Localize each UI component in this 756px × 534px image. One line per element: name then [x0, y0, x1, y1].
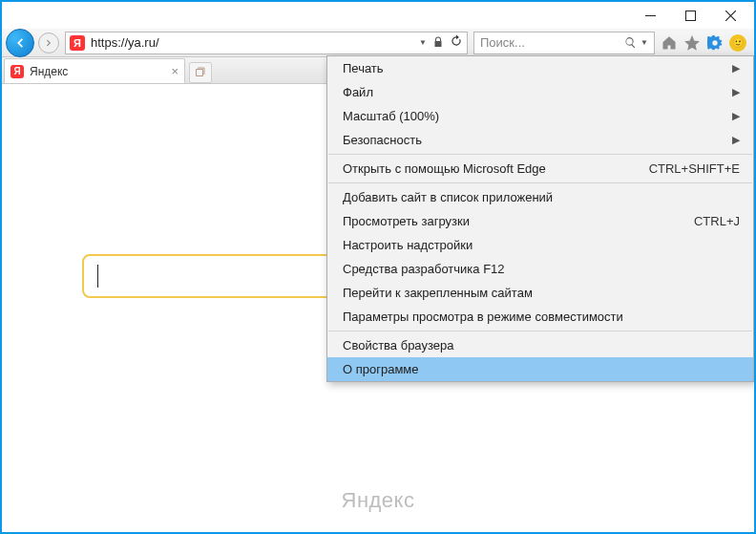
menu-pinned[interactable]: Перейти к закрепленным сайтам — [327, 281, 753, 305]
menu-downloads[interactable]: Просмотреть загрузки CTRL+J — [327, 209, 753, 233]
menu-label: Параметры просмотра в режиме совместимос… — [343, 310, 623, 324]
tab-close-icon[interactable]: × — [171, 64, 178, 78]
submenu-arrow-icon: ▶ — [732, 62, 740, 75]
menu-about[interactable]: О программе — [327, 357, 753, 381]
toolbar-icons: 🙂 — [657, 34, 750, 52]
menu-file[interactable]: Файл ▶ — [327, 80, 753, 104]
menu-open-edge[interactable]: Открыть с помощью Microsoft Edge CTRL+SH… — [327, 157, 753, 181]
menu-f12[interactable]: Средства разработчика F12 — [327, 257, 753, 281]
svg-rect-0 — [645, 15, 656, 16]
menu-label: Печать — [343, 61, 384, 75]
menu-label: Масштаб (100%) — [343, 109, 439, 123]
favorites-icon[interactable] — [683, 34, 701, 52]
menu-addons[interactable]: Настроить надстройки — [327, 233, 753, 257]
menu-label: Безопасность — [343, 133, 422, 147]
menu-safety[interactable]: Безопасность ▶ — [327, 128, 753, 152]
browser-window: Я ▼ Поиск... ▼ — [0, 0, 756, 534]
search-dropdown-icon[interactable]: ▼ — [640, 38, 648, 47]
menu-separator — [328, 331, 752, 331]
menu-label: Средства разработчика F12 — [343, 262, 505, 276]
menu-label: Просмотреть загрузки — [343, 214, 470, 228]
minimize-button[interactable] — [630, 4, 670, 27]
menu-shortcut: CTRL+SHIFT+E — [649, 161, 740, 176]
address-bar[interactable]: Я ▼ — [65, 32, 468, 54]
menu-compat[interactable]: Параметры просмотра в режиме совместимос… — [327, 305, 753, 329]
tools-menu: Печать ▶ Файл ▶ Масштаб (100%) ▶ Безопас… — [326, 55, 754, 382]
menu-label: Открыть с помощью Microsoft Edge — [343, 161, 546, 176]
window-titlebar — [2, 2, 754, 29]
url-dropdown-icon[interactable]: ▼ — [419, 38, 427, 47]
text-cursor — [97, 265, 98, 288]
menu-label: Добавить сайт в список приложений — [343, 190, 553, 204]
tools-gear-icon[interactable] — [706, 34, 724, 52]
menu-label: Настроить надстройки — [343, 238, 472, 252]
tab-favicon: Я — [10, 65, 24, 78]
search-placeholder: Поиск... — [480, 35, 525, 50]
search-icon — [624, 36, 637, 49]
search-box[interactable]: Поиск... ▼ — [473, 32, 655, 54]
address-bar-controls: ▼ — [419, 34, 463, 52]
tab-title: Яндекс — [30, 65, 68, 78]
menu-separator — [328, 154, 752, 155]
refresh-button[interactable] — [450, 34, 463, 52]
menu-add-site[interactable]: Добавить сайт в список приложений — [327, 185, 753, 209]
close-window-button[interactable] — [710, 4, 750, 27]
url-input[interactable] — [91, 35, 413, 50]
forward-button[interactable] — [38, 32, 59, 53]
submenu-arrow-icon: ▶ — [732, 110, 740, 122]
tab-yandex[interactable]: Я Яндекс × — [4, 58, 185, 83]
menu-shortcut: CTRL+J — [694, 214, 740, 228]
svg-rect-1 — [685, 11, 695, 20]
menu-label: Файл — [343, 85, 373, 99]
new-tab-button[interactable] — [189, 62, 212, 83]
menu-label: Перейти к закрепленным сайтам — [343, 286, 533, 300]
menu-properties[interactable]: Свойства браузера — [327, 333, 753, 357]
lock-icon[interactable] — [432, 34, 444, 52]
site-icon: Я — [70, 35, 85, 51]
maximize-button[interactable] — [670, 4, 710, 27]
home-icon[interactable] — [661, 34, 678, 52]
submenu-arrow-icon: ▶ — [732, 134, 740, 146]
feedback-smile-icon[interactable]: 🙂 — [729, 34, 746, 52]
yandex-brand-label: Яндекс — [4, 488, 752, 513]
menu-label: О программе — [343, 362, 419, 376]
menu-zoom[interactable]: Масштаб (100%) ▶ — [327, 104, 753, 128]
menu-print[interactable]: Печать ▶ — [327, 56, 753, 80]
navigation-toolbar: Я ▼ Поиск... ▼ — [2, 29, 754, 57]
menu-label: Свойства браузера — [343, 338, 453, 352]
menu-separator — [328, 182, 752, 183]
back-button[interactable] — [6, 29, 34, 57]
submenu-arrow-icon: ▶ — [732, 86, 740, 98]
